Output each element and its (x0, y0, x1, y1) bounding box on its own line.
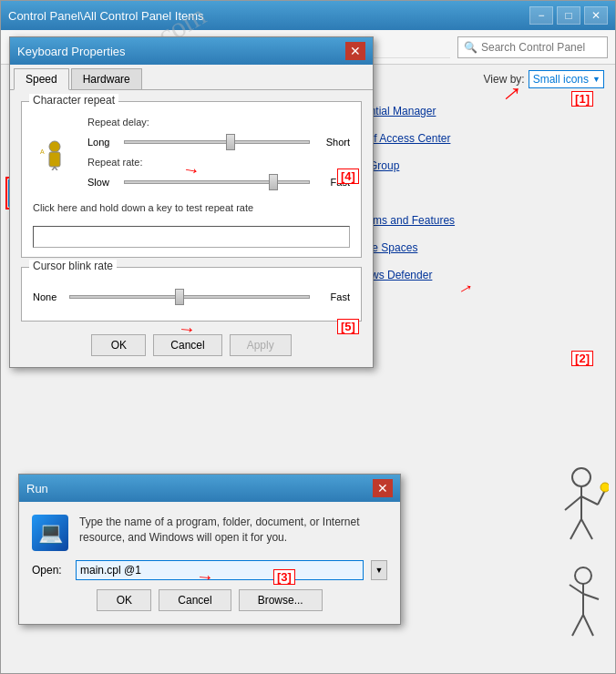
kp-close-button[interactable]: ✕ (345, 42, 365, 60)
svg-text:A: A (40, 148, 45, 155)
repeat-delay-row: Repeat delay: (87, 117, 350, 128)
long-label: Long (87, 137, 117, 148)
none-label: None (33, 291, 62, 302)
repeat-delay-slider[interactable] (124, 133, 310, 151)
cursor-blink-track (69, 295, 310, 299)
repeat-delay-track (124, 140, 310, 144)
cp-titlebar: Control Panel\All Control Panel Items − … (1, 1, 615, 30)
run-cancel-button[interactable]: Cancel (159, 589, 231, 611)
short-label: Short (317, 137, 350, 148)
slow-label: Slow (87, 177, 117, 188)
kp-buttons: OK Cancel Apply (21, 334, 362, 356)
cursor-blink-slider-row: None Fast (33, 288, 350, 306)
run-ok-button[interactable]: OK (97, 589, 151, 611)
repeat-delay-label: Repeat delay: (87, 117, 169, 128)
search-box[interactable]: 🔍 (457, 36, 608, 58)
marker-2: [2] (571, 351, 593, 366)
keyboard-icon-anim: A (38, 138, 71, 170)
test-label: Click here and hold down a key to test r… (33, 202, 253, 213)
keyboard-properties-dialog: Keyboard Properties ✕ Speed Hardware Cha… (9, 36, 374, 368)
run-browse-button[interactable]: Browse... (239, 589, 323, 611)
svg-point-0 (49, 141, 60, 152)
run-description: Type the name of a program, folder, docu… (79, 515, 387, 546)
kp-apply-button[interactable]: Apply (230, 334, 292, 356)
fast2-label: Fast (317, 291, 350, 302)
run-dialog: Run ✕ 💻 Type the name of a program, fold… (18, 474, 401, 625)
run-body: 💻 Type the name of a program, folder, do… (19, 502, 400, 624)
marker-4: [4] (337, 168, 359, 184)
kp-body: Character repeat A Repeat delay: (10, 90, 373, 367)
kp-titlebar: Keyboard Properties ✕ (10, 37, 373, 65)
repeat-rate-thumb[interactable] (269, 174, 278, 190)
run-dropdown-button[interactable]: ▼ (371, 560, 387, 580)
viewby-value: Small icons (533, 73, 589, 86)
search-input[interactable] (481, 41, 601, 54)
cursor-blink-section: Cursor blink rate None Fast (21, 267, 362, 322)
kp-title: Keyboard Properties (17, 45, 126, 58)
run-open-label: Open: (32, 564, 68, 577)
cursor-blink-thumb[interactable] (175, 289, 184, 305)
run-command-input[interactable] (76, 560, 364, 580)
svg-line-2 (51, 167, 55, 170)
run-input-row: Open: ▼ (32, 560, 387, 580)
marker-1: [1] (571, 91, 593, 107)
viewby-dropdown[interactable]: Small icons (529, 70, 604, 88)
kp-cancel-button[interactable]: Cancel (153, 334, 221, 356)
repeat-rate-slider[interactable] (124, 173, 310, 191)
test-input[interactable] (33, 226, 350, 248)
tab-speed[interactable]: Speed (14, 68, 69, 90)
minimize-button[interactable]: − (529, 6, 553, 25)
maximize-button[interactable]: □ (557, 6, 580, 25)
char-repeat-section: Character repeat A Repeat delay: (21, 101, 362, 258)
char-repeat-title: Character repeat (29, 94, 118, 107)
run-title: Run (26, 482, 48, 495)
repeat-delay-slider-row: Long Short (87, 133, 350, 151)
repeat-rate-track (124, 180, 310, 184)
close-button[interactable]: ✕ (584, 6, 608, 25)
run-buttons: OK Cancel Browse... (32, 589, 387, 611)
run-icon: 💻 (32, 515, 68, 551)
repeat-rate-label-row: Repeat rate: (87, 157, 350, 168)
run-content: 💻 Type the name of a program, folder, do… (32, 515, 387, 551)
svg-rect-1 (49, 152, 60, 167)
marker-5: [5] (337, 319, 359, 334)
tab-hardware[interactable]: Hardware (71, 68, 142, 89)
repeat-rate-label: Repeat rate: (87, 157, 169, 168)
repeat-delay-thumb[interactable] (226, 134, 235, 150)
cursor-blink-slider[interactable] (69, 288, 310, 306)
kp-tabs: Speed Hardware (10, 65, 373, 90)
run-titlebar: Run ✕ (19, 475, 400, 502)
cp-titlebar-controls: − □ ✕ (529, 6, 608, 25)
test-label-row: Click here and hold down a key to test r… (33, 202, 350, 213)
repeat-rate-slider-row: Slow Fast (87, 173, 350, 191)
svg-line-3 (55, 167, 58, 170)
search-icon: 🔍 (464, 41, 477, 54)
cp-title: Control Panel\All Control Panel Items (8, 9, 204, 23)
run-close-button[interactable]: ✕ (373, 479, 393, 497)
viewby-label: View by: (484, 73, 525, 86)
cursor-blink-title: Cursor blink rate (29, 260, 117, 272)
kp-ok-button[interactable]: OK (91, 334, 146, 356)
marker-3: [3] (273, 569, 295, 585)
